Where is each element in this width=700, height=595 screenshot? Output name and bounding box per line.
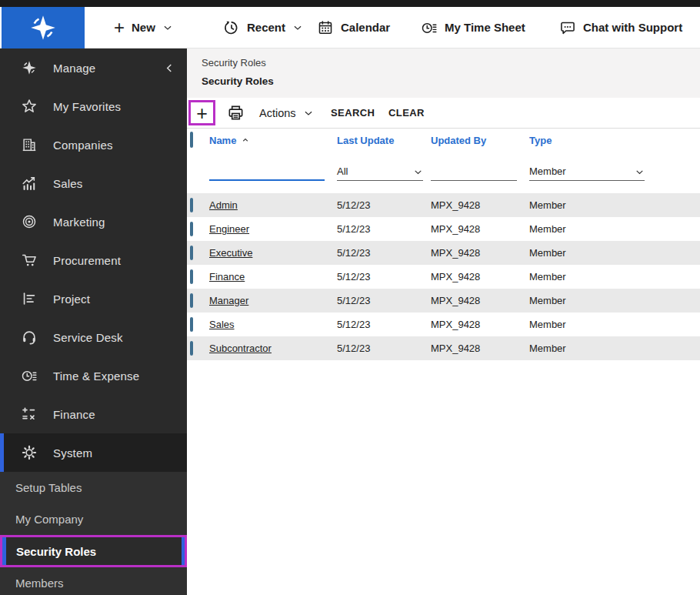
breadcrumb-bar: Security Roles Security Roles [187, 48, 700, 98]
last-update-filter-value: All [337, 165, 348, 177]
last-update-cell: 5/12/23 [337, 319, 431, 330]
table-row: Sales 5/12/23 MPX_9428 Member [187, 313, 700, 336]
plus-icon: + [114, 20, 125, 35]
sidebar-item-label: Service Desk [53, 331, 176, 344]
sidebar-item-label: Time & Expense [53, 369, 176, 383]
sidebar-item-manage[interactable]: Manage [0, 48, 187, 87]
sort-ascending-icon [241, 135, 250, 145]
actions-label: Actions [259, 107, 296, 119]
calendar-button[interactable]: Calendar [317, 7, 390, 48]
updated-by-cell: MPX_9428 [431, 199, 529, 211]
sidebar-item-marketing[interactable]: Marketing [0, 202, 187, 241]
sidebar-item-finance[interactable]: Finance [0, 395, 187, 433]
buildings-icon [21, 136, 38, 153]
sidebar-item-sales[interactable]: Sales [0, 164, 187, 202]
collapse-sidebar-icon[interactable] [163, 62, 176, 75]
chat-with-support-button[interactable]: Chat with Support [559, 7, 682, 48]
sidebar-item-project[interactable]: Project [0, 279, 187, 318]
updated-by-cell: MPX_9428 [431, 343, 529, 354]
role-name-link[interactable]: Admin [209, 199, 238, 211]
column-header-name[interactable]: Name [209, 135, 337, 146]
column-header-updated-by[interactable]: Updated By [431, 135, 529, 146]
sidebar-item-label: Sales [53, 177, 176, 190]
last-update-cell: 5/12/23 [337, 247, 431, 259]
table-row: Admin 5/12/23 MPX_9428 Member [187, 193, 700, 217]
type-cell: Member [529, 319, 700, 330]
toolbar: + Actions SEARCH CLEAR [187, 98, 700, 128]
type-cell: Member [529, 247, 700, 259]
row-checkbox[interactable] [190, 269, 193, 284]
table-row: Executive 5/12/23 MPX_9428 Member [187, 241, 700, 265]
column-header-type[interactable]: Type [529, 135, 700, 146]
app-logo[interactable] [2, 7, 85, 48]
submenu-item-security-roles[interactable]: Security Roles [0, 535, 187, 567]
sidebar-item-time-expense[interactable]: Time & Expense [0, 356, 187, 395]
browser-top-strip [0, 0, 700, 7]
my-time-sheet-button[interactable]: My Time Sheet [421, 7, 525, 48]
type-filter-value: Member [529, 165, 566, 177]
clear-button[interactable]: CLEAR [388, 98, 425, 128]
row-checkbox[interactable] [190, 293, 193, 308]
role-name-link[interactable]: Sales [209, 319, 235, 330]
type-cell: Member [529, 343, 700, 354]
updated-by-cell: MPX_9428 [431, 223, 529, 235]
timesheet-clock-icon [21, 367, 38, 384]
recent-menu-button[interactable]: Recent [223, 7, 303, 48]
sidebar-item-my-favorites[interactable]: My Favorites [0, 87, 187, 125]
sidebar-item-label: Companies [53, 139, 176, 152]
recent-menu-label: Recent [247, 21, 285, 34]
search-button[interactable]: SEARCH [331, 98, 375, 128]
chevron-down-icon [413, 167, 423, 177]
role-name-link[interactable]: Finance [209, 271, 245, 282]
updated-by-cell: MPX_9428 [431, 319, 529, 330]
submenu-item-my-company[interactable]: My Company [0, 503, 187, 535]
print-icon[interactable] [227, 104, 245, 122]
sidebar-item-companies[interactable]: Companies [0, 125, 187, 164]
updated-by-cell: MPX_9428 [431, 247, 529, 259]
updated-by-filter-input[interactable] [431, 164, 517, 181]
actions-menu-button[interactable]: Actions [259, 98, 314, 128]
sidebar: Manage My Favorites Companies Sales Mark… [0, 48, 187, 595]
type-cell: Member [529, 199, 700, 211]
calendar-icon [317, 19, 334, 36]
last-update-cell: 5/12/23 [337, 223, 431, 235]
add-security-role-button[interactable]: + [196, 105, 208, 122]
role-name-link[interactable]: Subcontractor [209, 343, 272, 354]
role-name-link[interactable]: Executive [209, 247, 252, 259]
row-checkbox[interactable] [190, 317, 193, 332]
table-row: Manager 5/12/23 MPX_9428 Member [187, 289, 700, 313]
compass-icon [21, 59, 38, 76]
submenu-item-members[interactable]: Members [0, 567, 187, 595]
last-update-cell: 5/12/23 [337, 199, 431, 211]
role-name-link[interactable]: Engineer [209, 223, 249, 235]
app-window: + New Recent Calendar My Time Sheet Chat… [0, 0, 700, 595]
sidebar-item-label: My Favorites [53, 100, 176, 113]
sidebar-item-service-desk[interactable]: Service Desk [0, 318, 187, 356]
last-update-filter-select[interactable]: All [337, 165, 423, 181]
row-checkbox[interactable] [190, 198, 193, 212]
row-checkbox[interactable] [190, 222, 193, 236]
table-row: Engineer 5/12/23 MPX_9428 Member [187, 217, 700, 241]
chat-bubble-icon [559, 19, 576, 36]
sidebar-item-system[interactable]: System [0, 433, 187, 472]
calendar-label: Calendar [341, 21, 390, 34]
submenu-item-label: Setup Tables [15, 481, 82, 494]
main-content: Security Roles Security Roles + Actions … [187, 48, 700, 595]
sidebar-item-procurement[interactable]: Procurement [0, 241, 187, 279]
role-name-link[interactable]: Manager [209, 295, 248, 306]
chevron-down-icon [292, 22, 303, 33]
submenu-item-setup-tables[interactable]: Setup Tables [0, 472, 187, 503]
name-filter-input[interactable] [209, 164, 325, 181]
row-checkbox[interactable] [190, 341, 193, 356]
type-filter-select[interactable]: Member [529, 165, 645, 181]
breadcrumb[interactable]: Security Roles [202, 57, 700, 69]
type-cell: Member [529, 223, 700, 235]
table-spacer [187, 186, 700, 193]
column-header-last-update[interactable]: Last Update [337, 135, 431, 146]
table-row: Subcontractor 5/12/23 MPX_9428 Member [187, 336, 700, 360]
select-all-checkbox[interactable] [190, 132, 193, 148]
submenu-item-label: Members [15, 577, 64, 590]
connectwise-logo-icon [28, 12, 58, 43]
new-menu-button[interactable]: + New [114, 7, 173, 48]
row-checkbox[interactable] [190, 246, 193, 260]
